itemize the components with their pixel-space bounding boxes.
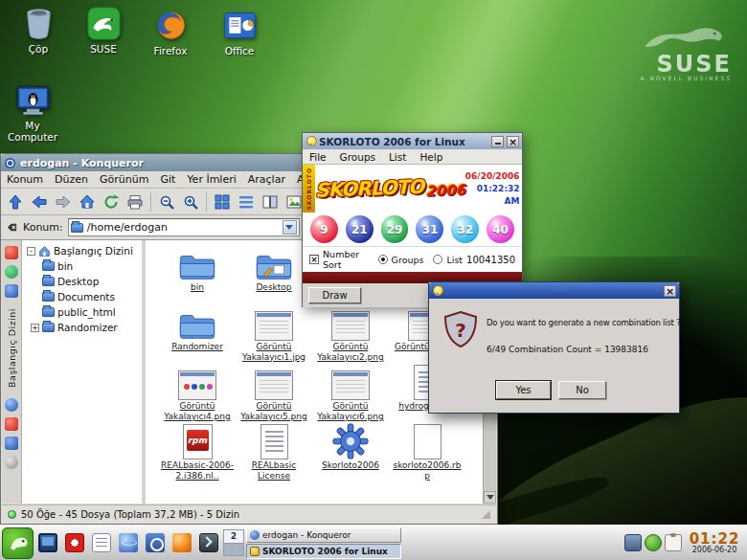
tree-item[interactable]: bin — [23, 258, 142, 274]
print-button[interactable] — [124, 190, 147, 213]
launcher-office-writer[interactable] — [89, 530, 114, 555]
menu-git[interactable]: Git — [154, 171, 181, 189]
tree-item[interactable]: +Randomizer — [23, 320, 142, 335]
tree-item[interactable]: Desktop — [23, 274, 142, 289]
menu-araclar[interactable]: Araçlar — [242, 171, 291, 189]
task-konqueror[interactable]: erdogan - Konqueror — [246, 527, 401, 543]
taskbar-clock[interactable]: 01:22 2006-06-20 — [684, 532, 745, 554]
location-dropdown-button[interactable] — [283, 220, 297, 235]
launcher-konqueror[interactable] — [116, 530, 141, 555]
desktop-pager[interactable]: 2 — [223, 529, 244, 556]
menu-file[interactable]: File — [303, 151, 333, 163]
sidebar-tabstrip: Başlangıç Dizini — [2, 240, 22, 504]
tab-root-folder-icon[interactable] — [5, 417, 18, 431]
tab-history-icon[interactable] — [5, 265, 18, 279]
list-radio[interactable] — [433, 255, 442, 264]
launcher-kontact[interactable] — [143, 530, 168, 555]
resize-grip[interactable] — [482, 510, 490, 519]
no-button[interactable]: No — [558, 381, 606, 399]
desktop-icon-office[interactable]: Office — [209, 8, 270, 56]
kmenu-button[interactable] — [2, 527, 34, 559]
location-input[interactable]: /home/erdogan — [68, 218, 300, 236]
skorloto-menubar: File Groups List Help — [303, 149, 522, 165]
home-button[interactable] — [76, 190, 99, 213]
list-view-button[interactable] — [235, 190, 258, 213]
tray-suse-watcher-icon[interactable] — [645, 534, 662, 551]
menu-gorunum[interactable]: Görünüm — [94, 171, 154, 189]
skorloto-logo-area: SKORLOTO SKORLOTO2006 06/20/2006 01:22:3… — [303, 165, 522, 213]
tray-klipper-icon[interactable] — [665, 534, 682, 551]
up-button[interactable] — [4, 190, 27, 213]
menu-list[interactable]: List — [382, 151, 413, 163]
desktop-icon-trash[interactable]: Çöp — [8, 6, 69, 55]
icon-view-icon — [214, 193, 231, 211]
back-button[interactable] — [28, 190, 51, 213]
file-item[interactable]: Görüntü Yakalayıcı5.png — [236, 363, 312, 422]
file-icon — [414, 424, 441, 459]
file-name: bin — [159, 282, 236, 293]
groups-radio[interactable] — [378, 255, 388, 264]
expander-icon[interactable]: + — [31, 324, 39, 332]
status-led-icon — [8, 510, 16, 519]
minimize-button[interactable] — [491, 136, 504, 147]
desktop-icon-my-computer[interactable]: My Computer — [2, 82, 63, 143]
yes-button[interactable]: Yes — [496, 381, 551, 399]
menu-duzen[interactable]: Düzen — [49, 171, 94, 189]
home-icon — [79, 193, 96, 211]
file-item[interactable]: Görüntü Yakalayıcı1.jpg — [236, 303, 312, 363]
file-item[interactable]: rpm REALbasic-2006-2.i386.nl.. — [159, 422, 236, 482]
skorloto-titlebar[interactable]: SKORLOTO 2006 for Linux — [303, 133, 522, 149]
menu-yer-imleri[interactable]: Yer İmleri — [181, 171, 241, 189]
zoom-in-button[interactable] — [179, 190, 202, 213]
tree-item-label: bin — [57, 260, 73, 272]
file-item[interactable]: Görüntü Yakalayıcı2.png — [312, 303, 389, 363]
menu-konum[interactable]: Konum — [1, 171, 49, 189]
tab-trash-icon[interactable] — [5, 456, 18, 469]
reload-button[interactable] — [100, 190, 123, 213]
pager-desktop-2[interactable]: 2 — [224, 530, 243, 544]
tree-item[interactable]: Documents — [23, 289, 142, 304]
desktop-icon-firefox[interactable]: Firefox — [140, 8, 201, 56]
tab-network-icon[interactable] — [5, 398, 18, 412]
sidebar-tree: - Başlangıç Dizini bin Desktop Documents… — [23, 240, 146, 504]
tree-item[interactable]: public_html — [23, 304, 142, 320]
close-button[interactable] — [507, 136, 519, 147]
launcher-konsole[interactable] — [196, 530, 221, 555]
launcher-suse-help[interactable] — [62, 530, 87, 555]
pager-desktop-1[interactable] — [224, 544, 243, 555]
zoom-out-button[interactable] — [155, 190, 178, 213]
menu-groups[interactable]: Groups — [333, 151, 382, 163]
tab-home-icon[interactable] — [5, 284, 18, 298]
launcher-my-computer[interactable] — [35, 530, 60, 555]
file-item[interactable]: Desktop — [236, 244, 312, 303]
forward-button[interactable] — [52, 190, 75, 213]
lottery-balls-row: 9 21 29 31 32 40 — [303, 213, 522, 247]
scroll-down-button[interactable] — [484, 491, 496, 504]
tab-bookmarks-icon[interactable] — [5, 246, 18, 259]
launcher-firefox[interactable] — [170, 530, 194, 555]
file-item[interactable]: skorloto2006.rbp — [389, 422, 465, 482]
file-item[interactable]: Görüntü Yakalayıcı4.png — [159, 363, 236, 422]
file-item[interactable]: Randomizer — [159, 303, 236, 363]
icon-view-button[interactable] — [211, 190, 234, 213]
draw-button[interactable]: Draw — [308, 287, 361, 303]
firefox-icon — [153, 8, 189, 43]
tray-display-icon[interactable] — [624, 534, 642, 551]
dialog-titlebar[interactable] — [429, 282, 679, 299]
menu-help[interactable]: Help — [413, 151, 449, 163]
file-item[interactable]: Görüntü Yakalayıcı6.png — [312, 363, 389, 422]
file-item[interactable]: REALbasic License — [236, 422, 312, 482]
tree-item-root[interactable]: - Başlangıç Dizini — [23, 243, 142, 258]
sidebar-tab-label[interactable]: Başlangıç Dizini — [7, 308, 17, 388]
number-sort-checkbox[interactable] — [309, 255, 319, 264]
logo-side-word: SKORLOTO — [306, 168, 312, 210]
expander-icon[interactable]: - — [27, 247, 35, 256]
split-view-button[interactable] — [259, 190, 282, 213]
desktop-icon-suse[interactable]: SUSE — [73, 6, 134, 55]
close-button[interactable] — [664, 285, 676, 297]
file-item[interactable]: Skorloto2006 — [312, 422, 389, 482]
tab-services-icon[interactable] — [5, 437, 18, 450]
clear-location-icon[interactable] — [6, 221, 18, 234]
task-skorloto[interactable]: SKORLOTO 2006 for Linux — [246, 544, 401, 559]
file-item[interactable]: bin — [159, 244, 236, 303]
